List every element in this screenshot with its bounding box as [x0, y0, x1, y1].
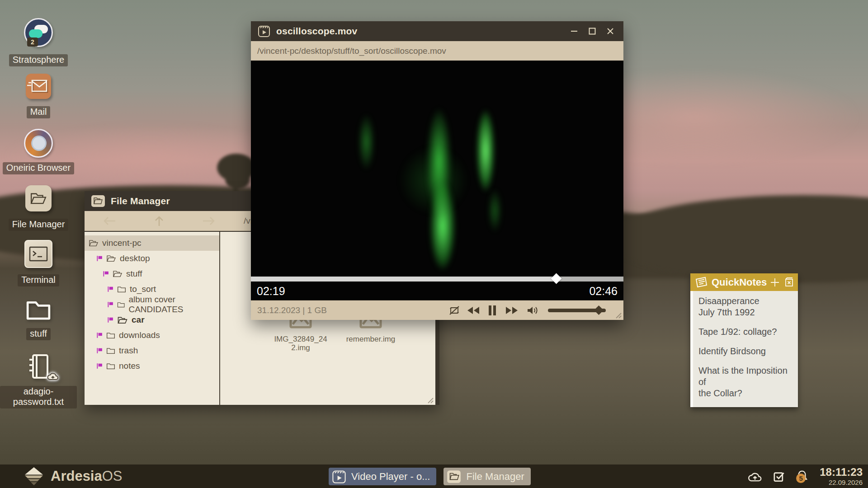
tree-branch-icon	[96, 347, 103, 354]
os-brand[interactable]: ArdesiaOS	[23, 467, 123, 485]
tasks-check-icon[interactable]	[773, 470, 785, 483]
desktop-icon-adagio-password[interactable]: adagio-password.txt	[0, 353, 77, 408]
up-button[interactable]	[134, 215, 184, 227]
desktop-icon-label: File Manager	[9, 219, 69, 231]
os-name: ArdesiaOS	[51, 468, 123, 484]
delete-note-button[interactable]	[783, 277, 794, 288]
volume-knob[interactable]	[594, 305, 604, 314]
resize-grip[interactable]	[613, 312, 622, 319]
note-item[interactable]: Tape 1/92: collage?	[698, 326, 793, 338]
file-manager-window-icon	[91, 195, 105, 207]
desktop-icon-mail[interactable]: Mail	[0, 74, 77, 118]
cloud-sync-badge-icon	[46, 371, 60, 381]
desktop-icon-oneiric-browser[interactable]: Oneiric Browser	[0, 129, 77, 174]
video-file-path: /vincent-pc/desktop/stuff/to_sort/oscill…	[257, 46, 446, 56]
loop-off-icon[interactable]	[445, 305, 463, 316]
stratosphere-chat-icon: 2	[24, 18, 53, 47]
unread-count-badge: 2	[27, 38, 38, 47]
desktop-icon-label: Mail	[27, 106, 51, 118]
taskbar-button-file-manager[interactable]: File Manager	[443, 468, 530, 485]
maximize-button[interactable]	[586, 25, 598, 37]
timeline-played	[251, 277, 557, 282]
tree-branch-icon	[103, 271, 109, 277]
tree-branch-icon	[107, 286, 113, 292]
tree-item-desktop[interactable]: desktop	[85, 251, 219, 266]
clock[interactable]: 18:11:23 22.09.2026	[820, 467, 863, 486]
desktop-icon-terminal[interactable]: Terminal	[0, 240, 77, 286]
desktop-icon-stuff-folder[interactable]: stuff	[0, 297, 77, 340]
tree-branch-icon	[96, 363, 103, 369]
taskbar-button-video-player[interactable]: Video Player - o...	[329, 468, 436, 485]
quicknotes-icon	[694, 277, 708, 288]
quicknotes-title: QuickNotes	[712, 277, 767, 288]
desktop-icon-label: stuff	[26, 328, 50, 340]
ardesia-logo-icon	[23, 467, 45, 485]
volume-slider[interactable]	[548, 309, 606, 312]
pause-button[interactable]	[483, 305, 501, 316]
tree-branch-icon	[96, 255, 103, 262]
window-title: oscilloscope.mov	[276, 26, 357, 37]
video-path-bar: /vincent-pc/desktop/stuff/to_sort/oscill…	[251, 41, 623, 61]
note-item[interactable]: What is the Imposition of the Collar?	[698, 365, 793, 399]
tree-item-downloads[interactable]: downloads	[85, 328, 219, 343]
rewind-button[interactable]	[463, 306, 483, 315]
note-item[interactable]: Identify Birdsong	[698, 346, 793, 357]
folder-open-icon	[25, 185, 52, 211]
notification-count-badge: 5	[796, 474, 806, 483]
total-time: 02:46	[589, 285, 618, 298]
cloud-sync-icon[interactable]	[747, 470, 763, 483]
quicknotes-header[interactable]: QuickNotes	[690, 273, 798, 291]
desktop: 2 Stratosphere Mail Oneiric Browser File…	[0, 0, 868, 488]
tree-item-stuff[interactable]: stuff	[85, 266, 219, 282]
notifications-button[interactable]: 5	[795, 469, 809, 483]
current-time: 02:19	[257, 285, 285, 298]
system-tray: 5 18:11:23 22.09.2026	[747, 465, 863, 488]
date: 22.09.2026	[820, 479, 863, 486]
desktop-icon-label: adagio-password.txt	[0, 386, 77, 408]
video-player-icon	[331, 469, 347, 484]
close-button[interactable]	[604, 25, 616, 37]
window-title: File Manager	[111, 196, 170, 206]
desktop-icon-file-manager[interactable]: File Manager	[0, 185, 77, 231]
file-meta: 31.12.2023 | 1 GB	[257, 305, 327, 315]
timeline-playhead[interactable]	[551, 273, 561, 284]
tree-branch-icon	[107, 301, 113, 308]
video-player-window: oscilloscope.mov /vincent-pc/desktop/stu…	[251, 21, 623, 320]
video-player-window-icon	[257, 24, 271, 38]
add-note-button[interactable]	[770, 277, 780, 287]
note-item[interactable]: Disaapperance July 7tth 1992	[698, 296, 793, 318]
taskbar-button-label: File Manager	[466, 471, 524, 483]
desktop-icon-label: Stratosphere	[9, 54, 68, 66]
taskbar: ArdesiaOS Video Player - o...	[0, 465, 868, 488]
desktop-icon-stratosphere[interactable]: 2 Stratosphere	[0, 18, 77, 66]
tree-item-trash[interactable]: trash	[85, 343, 219, 358]
folder-tree: vincent-pc desktop stuff to_sort	[85, 232, 220, 405]
tree-item-album-cover-candidates[interactable]: album cover CANDIDATES	[85, 297, 219, 312]
mail-envelope-icon	[26, 74, 51, 99]
tree-item-car[interactable]: car	[85, 312, 219, 328]
tree-branch-icon	[107, 317, 113, 323]
quicknotes-widget: QuickNotes Disaapperance July 7tth 1992 …	[690, 273, 798, 407]
tree-item-notes[interactable]: notes	[85, 358, 219, 374]
tree-item-vincent-pc[interactable]: vincent-pc	[85, 235, 219, 251]
folder-icon	[0, 297, 77, 323]
seek-bar[interactable]	[251, 277, 623, 282]
terminal-icon	[24, 240, 52, 268]
quicknotes-body: Disaapperance July 7tth 1992 Tape 1/92: …	[690, 291, 798, 407]
forward-button[interactable]	[184, 216, 234, 226]
desktop-icon-label: Oneiric Browser	[3, 162, 74, 174]
back-button[interactable]	[85, 216, 134, 226]
tree-branch-icon	[96, 332, 103, 338]
taskbar-button-label: Video Player - o...	[351, 471, 430, 483]
notebook-icon	[0, 353, 77, 380]
time: 18:11:23	[820, 467, 863, 478]
minimize-button[interactable]	[568, 25, 580, 37]
volume-icon[interactable]	[522, 305, 543, 316]
video-canvas[interactable]: 02:19 02:46	[251, 61, 623, 300]
video-player-titlebar[interactable]: oscilloscope.mov	[251, 21, 623, 41]
desktop-icon-label: Terminal	[18, 274, 59, 286]
resize-grip[interactable]	[425, 397, 434, 404]
browser-globe-icon	[24, 129, 53, 158]
fast-forward-button[interactable]	[501, 306, 522, 315]
playback-controls: 31.12.2023 | 1 GB	[251, 300, 623, 320]
